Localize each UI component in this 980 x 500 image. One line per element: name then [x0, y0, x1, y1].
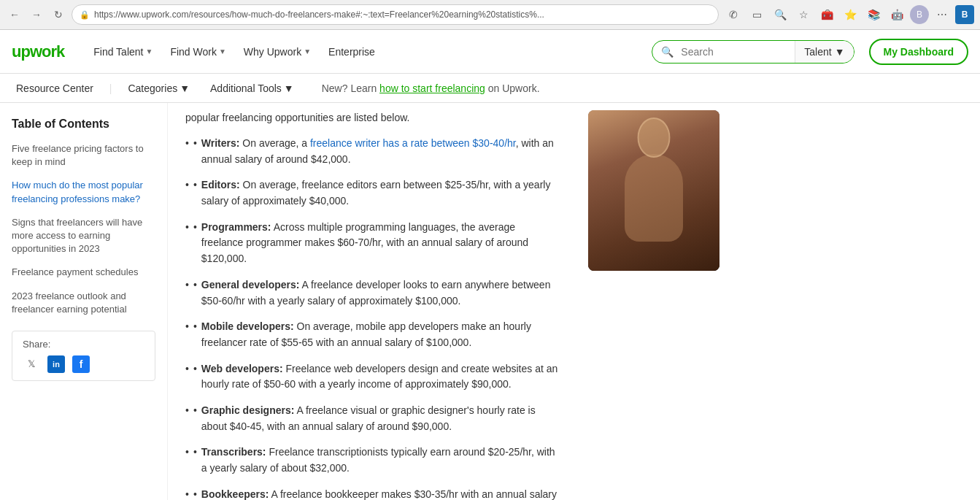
promo-image: Discover the best freelancing opportunit… — [588, 110, 719, 271]
favorites-button[interactable]: ⭐ — [840, 4, 860, 25]
editors-label: Editors: — [201, 179, 240, 191]
why-upwork-nav[interactable]: Why Upwork ▼ — [236, 42, 318, 62]
resource-center-link[interactable]: Resource Center — [12, 80, 98, 97]
person-head — [638, 118, 671, 158]
back-button[interactable]: ← — [6, 6, 23, 23]
find-work-nav[interactable]: Find Work ▼ — [163, 42, 233, 62]
toc-title: Table of Contents — [12, 118, 155, 131]
bookkeepers-label: Bookkeepers: — [201, 488, 269, 500]
address-bar[interactable]: 🔒 https://www.upwork.com/resources/how-m… — [72, 4, 719, 25]
collections-button[interactable]: 📚 — [863, 4, 884, 25]
screenshot-button[interactable]: ▭ — [746, 4, 767, 25]
talent-dropdown[interactable]: Talent ▼ — [795, 41, 853, 63]
search-icon: 🔍 — [652, 46, 678, 58]
url-text: https://www.upwork.com/resources/how-muc… — [94, 9, 544, 20]
nav-links: Find Talent ▼ Find Work ▼ Why Upwork ▼ E… — [86, 42, 637, 62]
list-item-transcribers: • Transcribers: Freelance transcriptioni… — [185, 445, 559, 476]
promo-card: Discover the best freelancing opportunit… — [588, 110, 719, 271]
list-item-graphic-designers: • Graphic designers: A freelance visual … — [185, 403, 559, 434]
toc-item-signs[interactable]: Signs that freelancers will have more ac… — [12, 216, 155, 256]
browser-toolbar: ← → ↻ 🔒 https://www.upwork.com/resources… — [0, 0, 980, 29]
sub-nav: Resource Center | Categories ▼ Additiona… — [0, 74, 980, 103]
nav-search[interactable]: 🔍 Talent ▼ — [652, 40, 854, 64]
start-freelancing-link[interactable]: how to start freelancing — [379, 82, 485, 94]
list-item-general-developers: • General developers: A freelance develo… — [185, 277, 559, 309]
list-item-programmers: • Programmers: Across multiple programmi… — [185, 220, 559, 267]
toc-item-popular[interactable]: How much do the most popular freelancing… — [12, 179, 155, 205]
sub-nav-divider1: | — [109, 82, 112, 94]
additional-tools-chevron: ▼ — [284, 82, 294, 94]
search-input[interactable] — [678, 41, 795, 63]
profile-avatar[interactable]: B — [910, 5, 929, 24]
programmers-label: Programmers: — [201, 221, 271, 233]
main-content: Table of Contents Five freelance pricing… — [0, 103, 980, 500]
list-item-writers: • Writers: On average, a freelance write… — [185, 136, 559, 167]
transcribers-label: Transcribers: — [201, 446, 266, 458]
find-work-chevron: ▼ — [219, 47, 226, 55]
my-dashboard-button[interactable]: My Dashboard — [869, 39, 968, 65]
list-item-mobile-developers: • Mobile developers: On average, mobile … — [185, 319, 559, 350]
enterprise-nav[interactable]: Enterprise — [321, 42, 382, 62]
article-content: popular freelancing opportunities are li… — [168, 103, 576, 500]
writers-label: Writers: — [201, 137, 240, 149]
mobile-dev-label: Mobile developers: — [201, 320, 294, 332]
browser-chrome: ← → ↻ 🔒 https://www.upwork.com/resources… — [0, 0, 980, 30]
list-item-web-developers: • Web developers: Freelance web develope… — [185, 361, 559, 393]
extension-icon[interactable]: B — [955, 5, 974, 24]
profile-initial: B — [917, 9, 922, 20]
list-item-editors: • Editors: On average, freelance editors… — [185, 177, 559, 209]
share-label: Share: — [23, 339, 144, 350]
why-upwork-chevron: ▼ — [304, 47, 311, 55]
bookmark-button[interactable]: ☆ — [793, 4, 814, 25]
more-button[interactable]: ⋯ — [932, 4, 952, 25]
find-talent-chevron: ▼ — [145, 47, 153, 55]
list-item-bookkeepers: • Bookkeepers: A freelance bookkeeper ma… — [185, 487, 559, 500]
share-icons: 𝕏 in f — [23, 355, 144, 373]
graphic-design-label: Graphic designers: — [201, 404, 295, 416]
writer-link[interactable]: freelance writer has a rate between $30-… — [310, 137, 516, 149]
right-panel: Discover the best freelancing opportunit… — [576, 103, 722, 500]
forward-button[interactable]: → — [28, 6, 45, 23]
person-silhouette — [625, 154, 683, 242]
toc-item-outlook[interactable]: 2023 freelance outlook and freelancer ea… — [12, 290, 155, 316]
share-section: Share: 𝕏 in f — [12, 331, 155, 381]
freelance-list: • Writers: On average, a freelance write… — [185, 136, 559, 500]
read-mode-button[interactable]: ✆ — [723, 4, 744, 25]
search-page-button[interactable]: 🔍 — [770, 4, 790, 25]
general-dev-label: General developers: — [201, 279, 300, 291]
web-dev-label: Web developers: — [201, 363, 283, 374]
facebook-share-icon[interactable]: f — [72, 355, 90, 373]
refresh-button[interactable]: ↻ — [50, 6, 67, 23]
find-talent-nav[interactable]: Find Talent ▼ — [86, 42, 160, 62]
upwork-logo[interactable]: upwork — [12, 42, 64, 61]
categories-nav[interactable]: Categories ▼ — [123, 80, 194, 97]
upwork-nav: upwork Find Talent ▼ Find Work ▼ Why Upw… — [0, 30, 980, 74]
lock-icon: 🔒 — [80, 10, 90, 20]
copilot-button[interactable]: 🤖 — [887, 4, 907, 25]
sub-nav-info: New? Learn how to start freelancing on U… — [322, 82, 540, 94]
additional-tools-nav[interactable]: Additional Tools ▼ — [206, 80, 298, 97]
categories-chevron: ▼ — [180, 82, 190, 94]
intro-text: popular freelancing opportunities are li… — [185, 110, 559, 126]
browser-icons: ✆ ▭ 🔍 ☆ 🧰 ⭐ 📚 🤖 B ⋯ B — [723, 4, 974, 25]
toc-item-payment[interactable]: Freelance payment schedules — [12, 266, 155, 279]
linkedin-share-icon[interactable]: in — [47, 355, 65, 373]
dropdown-chevron: ▼ — [835, 46, 845, 58]
toc-sidebar: Table of Contents Five freelance pricing… — [0, 103, 168, 500]
toc-item-pricing[interactable]: Five freelance pricing factors to keep i… — [12, 142, 155, 169]
extensions-button[interactable]: 🧰 — [817, 4, 837, 25]
twitter-share-icon[interactable]: 𝕏 — [23, 355, 40, 373]
